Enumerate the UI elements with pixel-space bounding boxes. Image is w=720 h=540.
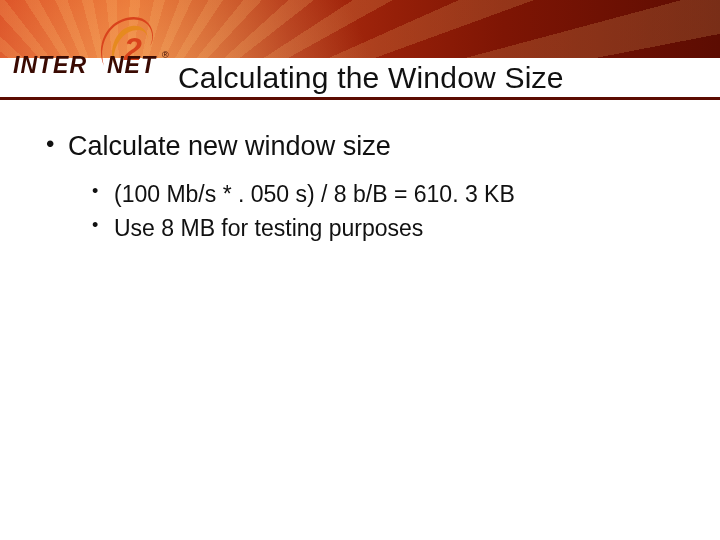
slide-content: Calculate new window size (100 Mb/s * . … [40,128,690,259]
bullet-level2: (100 Mb/s * . 050 s) / 8 b/B = 610. 3 KB [86,178,690,211]
slide-title: Calculating the Window Size [178,61,564,95]
logo-text-left: INTER [13,52,87,78]
bullet-level1: Calculate new window size (100 Mb/s * . … [40,128,690,245]
registered-icon: ® [162,50,169,60]
internet2-logo: 2 INTERNET ® [18,10,168,100]
bullet-text: Calculate new window size [68,131,391,161]
bullet-level2: Use 8 MB for testing purposes [86,212,690,245]
logo-wordmark: INTERNET [13,52,156,79]
logo-text-right: NET [107,52,156,78]
